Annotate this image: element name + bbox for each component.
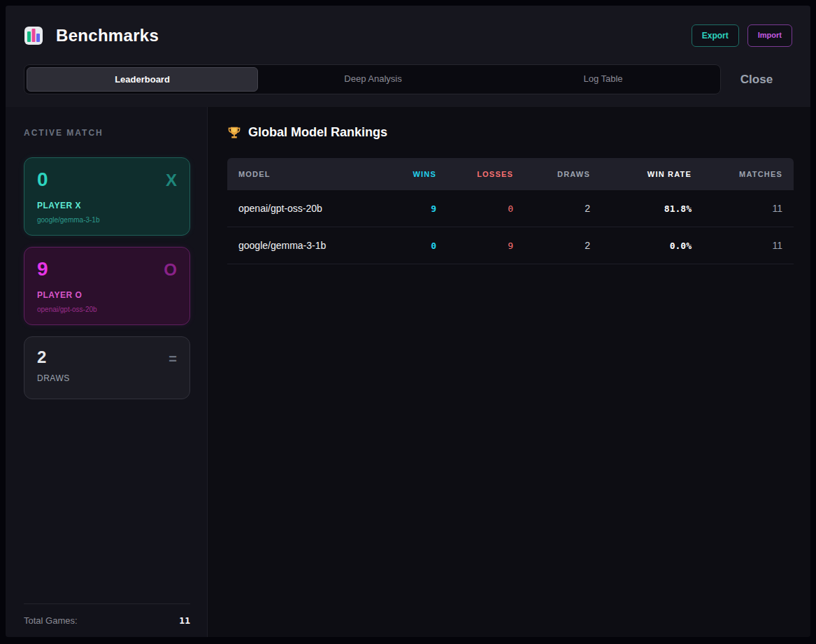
col-header-losses: LOSSES	[448, 170, 524, 178]
tab-log-table[interactable]: Log Table	[488, 67, 718, 92]
draws-score: 2	[37, 348, 177, 366]
cell-winrate: 0.0%	[601, 241, 703, 251]
player-x-score: 0	[37, 169, 177, 191]
sidebar-section-title: ACTIVE MATCH	[24, 128, 190, 138]
tab-bar: Leaderboard Deep Analysis Log Table	[24, 64, 721, 94]
leaderboard-panel: Global Model Rankings MODEL WINS LOSSES …	[208, 107, 810, 637]
player-o-symbol: O	[164, 260, 177, 280]
cell-matches: 11	[703, 203, 794, 214]
player-x-model: google/gemma-3-1b	[37, 216, 177, 224]
close-button[interactable]: Close	[721, 73, 792, 87]
cell-winrate: 81.8%	[601, 203, 703, 214]
col-header-winrate: WIN RATE	[601, 170, 703, 178]
player-o-label: PLAYER O	[37, 290, 177, 300]
player-o-card: 9 O PLAYER O openai/gpt-oss-20b	[24, 247, 190, 325]
total-games-value: 11	[179, 615, 190, 626]
table-row: google/gemma-3-1b 0 9 2 0.0% 11	[227, 227, 794, 264]
rankings-heading: Global Model Rankings	[248, 125, 387, 140]
cell-draws: 2	[524, 203, 601, 214]
cell-losses: 0	[448, 203, 524, 214]
tab-deep-analysis[interactable]: Deep Analysis	[258, 67, 488, 92]
player-x-card: 0 X PLAYER X google/gemma-3-1b	[24, 157, 190, 236]
page-title: Benchmarks	[56, 26, 159, 45]
table-header-row: MODEL WINS LOSSES DRAWS WIN RATE MATCHES	[227, 158, 794, 190]
import-button[interactable]: Import	[747, 24, 792, 47]
benchmarks-window: Benchmarks Export Import Leaderboard Dee…	[6, 6, 810, 637]
total-games-row: Total Games: 11	[24, 603, 190, 626]
cell-model: google/gemma-3-1b	[227, 240, 385, 251]
draws-card: 2 = DRAWS	[24, 336, 190, 399]
cell-wins: 0	[385, 241, 448, 251]
cell-draws: 2	[524, 240, 601, 251]
col-header-model: MODEL	[227, 170, 385, 178]
cell-matches: 11	[703, 240, 794, 251]
trophy-icon	[227, 126, 241, 140]
col-header-matches: MATCHES	[703, 170, 794, 178]
player-o-score: 9	[37, 259, 177, 280]
export-button[interactable]: Export	[692, 24, 739, 47]
active-match-sidebar: ACTIVE MATCH 0 X PLAYER X google/gemma-3…	[6, 107, 208, 637]
bar-chart-icon	[24, 25, 43, 46]
col-header-wins: WINS	[385, 170, 448, 178]
tab-leaderboard[interactable]: Leaderboard	[27, 67, 258, 92]
player-o-model: openai/gpt-oss-20b	[37, 306, 177, 313]
col-header-draws: DRAWS	[524, 170, 601, 178]
draws-label: DRAWS	[37, 373, 177, 383]
rankings-table: MODEL WINS LOSSES DRAWS WIN RATE MATCHES…	[227, 158, 794, 264]
player-x-label: PLAYER X	[37, 201, 177, 210]
cell-wins: 9	[385, 203, 448, 214]
cell-model: openai/gpt-oss-20b	[227, 203, 385, 214]
draws-symbol: =	[169, 351, 177, 367]
total-games-label: Total Games:	[24, 615, 78, 626]
cell-losses: 9	[448, 241, 524, 251]
player-x-symbol: X	[166, 171, 177, 190]
table-row: openai/gpt-oss-20b 9 0 2 81.8% 11	[227, 190, 794, 227]
header: Benchmarks Export Import Leaderboard Dee…	[6, 6, 810, 107]
